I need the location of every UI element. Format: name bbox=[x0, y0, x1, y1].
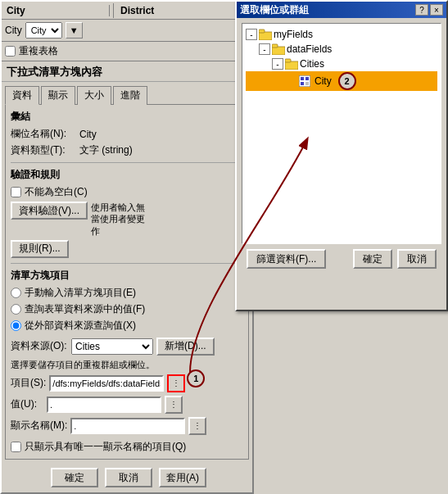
list-items-title: 清單方塊項目 bbox=[11, 269, 243, 283]
duplicate-checkbox[interactable] bbox=[5, 46, 16, 57]
svg-rect-8 bbox=[305, 77, 309, 80]
svg-rect-7 bbox=[301, 77, 304, 80]
data-validation-btn[interactable]: 資料驗證(V)... bbox=[11, 202, 88, 220]
ok-button[interactable]: 確定 bbox=[51, 468, 98, 487]
only-show-checkbox[interactable] bbox=[11, 442, 21, 452]
expand-myfields[interactable]: - bbox=[246, 29, 257, 40]
no-access-text: 使用者輸入無當使用者變更作 bbox=[91, 202, 145, 237]
validation-title: 驗證和規則 bbox=[11, 168, 243, 182]
add-datasource-btn[interactable]: 新增(D)... bbox=[156, 338, 215, 356]
radio-query-input[interactable] bbox=[11, 304, 21, 315]
only-show-row: 只顯示具有唯一一顯示名稱的項目(Q) bbox=[11, 440, 243, 454]
items-input[interactable]: /dfs:myFields/dfs:dataFields/dfs:Cities: bbox=[49, 375, 164, 392]
help-btn[interactable]: ? bbox=[415, 4, 428, 16]
radio-query: 查詢表單資料來源中的值(F) bbox=[11, 302, 243, 316]
dialog-titlebar: 選取欄位或群組 ? × bbox=[237, 2, 446, 18]
radio-manual-input[interactable] bbox=[11, 288, 21, 298]
annotation-2: 2 bbox=[338, 72, 356, 90]
not-empty-label: 不能為空白(C) bbox=[25, 185, 88, 199]
dropdown-arrow-btn[interactable]: ▼ bbox=[66, 22, 83, 39]
expand-datafields[interactable]: - bbox=[259, 43, 270, 55]
radio-external: 從外部資料來源查詢值(X) bbox=[11, 319, 243, 333]
field-name-value: City bbox=[79, 129, 97, 140]
not-empty-row: 不能為空白(C) bbox=[11, 185, 243, 199]
svg-rect-4 bbox=[285, 61, 298, 70]
tree-item-cities[interactable]: - Cities bbox=[246, 57, 437, 71]
separator-2 bbox=[11, 263, 243, 264]
tab-data[interactable]: 資料 bbox=[5, 86, 39, 105]
annotation-1: 21 bbox=[187, 369, 205, 387]
field-name-label: 欄位名稱(N): bbox=[11, 127, 76, 141]
tree-label-myfields: myFields bbox=[274, 29, 313, 40]
radio-query-label: 查詢表單資料來源中的值(F) bbox=[25, 302, 145, 316]
tree-dialog: 選取欄位或群組 ? × - myFields - bbox=[235, 0, 448, 311]
column-header: City District bbox=[2, 2, 252, 20]
dialog-bottom-buttons: 篩選資料(F)... 確定 取消 bbox=[242, 244, 441, 274]
field-icon-city bbox=[298, 75, 311, 88]
radio-manual-label: 手動輸入清單方塊項目(E) bbox=[25, 286, 136, 300]
dialog-controls: ? × bbox=[415, 4, 443, 16]
duplicate-label: 重複表格 bbox=[19, 44, 58, 58]
svg-rect-3 bbox=[272, 44, 278, 48]
value-input[interactable] bbox=[47, 397, 161, 413]
expand-cities[interactable]: - bbox=[272, 58, 283, 70]
district-column-header: District bbox=[117, 5, 183, 16]
apply-button[interactable]: 套用(A) bbox=[159, 468, 206, 487]
display-name-browse-icon: ⋮ bbox=[193, 421, 201, 430]
tab-size[interactable]: 大小 bbox=[77, 86, 111, 105]
validation-section: 驗證和規則 不能為空白(C) 資料驗證(V)... 使用者輸入無當使用者變更作 … bbox=[11, 168, 243, 258]
svg-rect-10 bbox=[305, 82, 309, 85]
value-row: 值(U): ⋮ bbox=[11, 396, 243, 414]
items-browse-icon: ⋮ bbox=[172, 378, 180, 387]
only-show-label: 只顯示具有唯一一顯示名稱的項目(Q) bbox=[25, 440, 186, 454]
dialog-ok-btn[interactable]: 確定 bbox=[353, 249, 392, 269]
cancel-button[interactable]: 取消 bbox=[105, 468, 152, 487]
svg-rect-9 bbox=[301, 82, 304, 85]
tree-item-datafields[interactable]: - dataFields bbox=[246, 42, 437, 57]
datasource-select[interactable]: Cities bbox=[71, 338, 153, 355]
tab-content: 彙結 欄位名稱(N): City 資料類型(T): 文字 (string) 驗證… bbox=[5, 104, 249, 460]
tab-advanced[interactable]: 進階 bbox=[113, 86, 147, 105]
main-form-panel: City District City City ▼ 重複表格 下拉式清單方塊內容… bbox=[0, 0, 254, 494]
separator-1 bbox=[11, 162, 243, 163]
display-name-label: 顯示名稱(M): bbox=[11, 419, 67, 433]
dialog-title: 選取欄位或群組 bbox=[240, 3, 309, 17]
tree-label-datafields: dataFields bbox=[287, 43, 332, 55]
svg-rect-1 bbox=[259, 29, 265, 33]
items-browse-btn-1[interactable]: ⋮ 21 bbox=[167, 374, 185, 392]
tree-label-cities: Cities bbox=[300, 58, 324, 70]
value-browse-btn[interactable]: ⋮ bbox=[165, 396, 183, 414]
section-title: 下拉式清單方塊內容 bbox=[2, 61, 252, 82]
value-browse-icon: ⋮ bbox=[170, 400, 178, 409]
toolbar-row: City City ▼ bbox=[2, 20, 252, 42]
city-dropdown[interactable]: City bbox=[25, 22, 62, 39]
not-empty-checkbox[interactable] bbox=[11, 187, 21, 197]
data-type-label: 資料類型(T): bbox=[11, 143, 76, 157]
radio-manual: 手動輸入清單方塊項目(E) bbox=[11, 286, 243, 300]
svg-rect-5 bbox=[285, 59, 291, 62]
svg-rect-0 bbox=[259, 32, 272, 40]
dialog-cancel-btn[interactable]: 取消 bbox=[397, 249, 437, 269]
dialog-body: - myFields - dataField bbox=[237, 18, 446, 279]
value-label: 值(U): bbox=[11, 397, 43, 411]
aggregate-section: 彙結 欄位名稱(N): City 資料類型(T): 文字 (string) bbox=[11, 110, 243, 157]
tab-display[interactable]: 顯示 bbox=[41, 86, 75, 105]
folder-icon-datafields bbox=[272, 43, 285, 56]
datasource-row: 資料來源(O): Cities 新增(D)... bbox=[11, 338, 243, 356]
tree-label-city: City bbox=[315, 75, 332, 87]
filter-data-btn[interactable]: 篩選資料(F)... bbox=[247, 249, 326, 269]
tree-view: - myFields - dataField bbox=[242, 23, 441, 244]
description-text: 選擇要儲存項目的重複群組或欄位。 bbox=[11, 359, 243, 371]
data-type-row: 資料類型(T): 文字 (string) bbox=[11, 143, 243, 157]
radio-external-input[interactable] bbox=[11, 320, 21, 331]
display-name-browse-btn[interactable]: ⋮ bbox=[188, 417, 206, 435]
rules-btn[interactable]: 規則(R)... bbox=[11, 240, 69, 258]
datasource-label: 資料來源(O): bbox=[11, 339, 68, 353]
display-name-input[interactable] bbox=[70, 418, 185, 434]
dropdown-label: City bbox=[5, 25, 22, 36]
list-items-section: 清單方塊項目 手動輸入清單方塊項目(E) 查詢表單資料來源中的值(F) 從外部資… bbox=[11, 269, 243, 333]
display-name-row: 顯示名稱(M): ⋮ bbox=[11, 417, 243, 435]
close-btn[interactable]: × bbox=[430, 4, 443, 16]
tree-item-city[interactable]: City 2 bbox=[246, 71, 437, 91]
tree-item-myfields[interactable]: - myFields bbox=[246, 27, 437, 42]
